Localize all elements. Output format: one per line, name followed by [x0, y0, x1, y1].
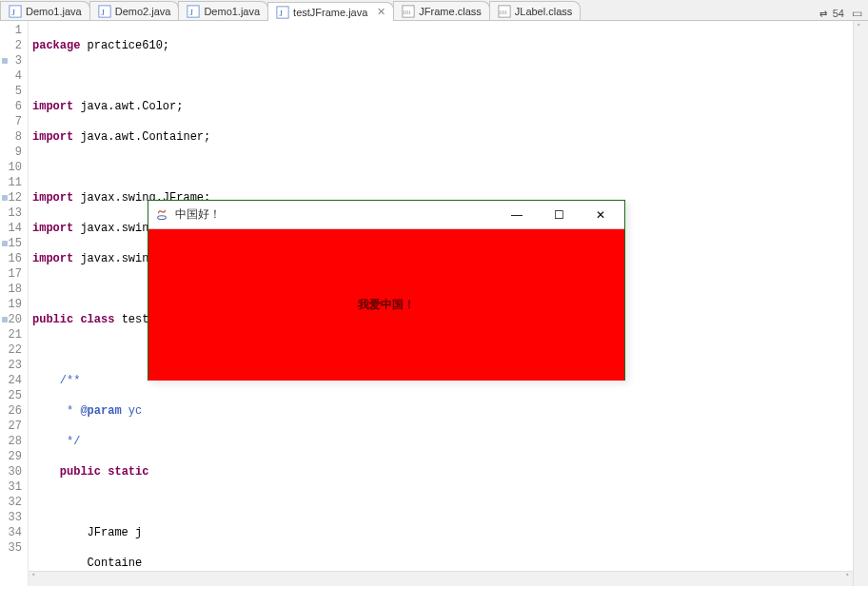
keyword: import	[32, 100, 73, 113]
editor-area: 1234567891011121314151617181920212223242…	[0, 21, 868, 586]
line-number: 23	[0, 358, 28, 373]
doc-comment: yc	[122, 404, 143, 418]
code-text: Containe	[32, 557, 142, 570]
doc-comment: /**	[32, 374, 80, 387]
line-number: 13	[0, 205, 28, 221]
tab-label: Demo1.java	[204, 6, 260, 17]
view-menu-icon[interactable]: ▭	[852, 7, 862, 20]
keyword: public	[32, 313, 73, 326]
keyword: class	[80, 313, 114, 326]
tabbar-right: ⇄ 54 ▭	[819, 7, 868, 20]
line-number: 16	[0, 251, 28, 266]
line-number: 27	[0, 419, 28, 434]
tab-label: Demo2.java	[115, 6, 171, 17]
tab-demo2-java[interactable]: J Demo2.java	[89, 1, 180, 20]
svg-text:101: 101	[499, 9, 507, 14]
line-number: 24	[0, 373, 28, 388]
line-number: 14	[0, 221, 28, 236]
doc-comment: */	[32, 435, 80, 448]
keyword: import	[32, 222, 73, 235]
svg-text:J: J	[12, 7, 16, 16]
java-swing-window[interactable]: 中国好！ — ☐ ✕ 我爱中国！	[148, 200, 625, 381]
minimize-button[interactable]: —	[504, 208, 529, 222]
line-number: 30	[0, 464, 28, 479]
close-icon[interactable]: ✕	[377, 6, 385, 18]
nav-arrows-icon[interactable]: ⇄	[819, 9, 825, 19]
code-text: practice610;	[80, 39, 169, 52]
java-file-icon: J	[187, 5, 200, 18]
line-number: 35	[0, 540, 28, 556]
line-number: 22	[0, 342, 28, 358]
line-number: 10	[0, 160, 28, 175]
scroll-left-icon[interactable]: ˂	[31, 573, 36, 582]
line-number: 9	[0, 145, 28, 160]
tab-demo1-java[interactable]: J Demo1.java	[0, 1, 90, 20]
tab-label: Demo1.java	[26, 6, 82, 17]
line-number: 19	[0, 297, 28, 312]
line-number: 18	[0, 282, 28, 297]
tab-jframe-class[interactable]: 101 JFrame.class	[393, 1, 489, 20]
class-file-icon: 101	[498, 5, 511, 18]
line-number: 6	[0, 99, 28, 114]
line-number: 2	[0, 38, 28, 53]
svg-point-12	[158, 215, 167, 219]
line-number: 34	[0, 525, 28, 540]
line-number: 33	[0, 510, 28, 525]
doc-comment: *	[32, 404, 80, 418]
keyword: import	[32, 191, 73, 205]
line-number: 26	[0, 403, 28, 419]
line-number: 32	[0, 495, 28, 510]
line-number: 5	[0, 84, 28, 99]
java-file-icon: J	[9, 5, 22, 18]
tab-testjframe-java[interactable]: J testJFrame.java ✕	[267, 2, 394, 21]
tab-label: JFrame.class	[419, 6, 481, 17]
maximize-button[interactable]: ☐	[546, 208, 571, 222]
vertical-scrollbar[interactable]: ˄	[853, 21, 868, 586]
class-file-icon: 101	[402, 5, 415, 18]
line-number: 3	[0, 53, 28, 68]
line-number: 15	[0, 236, 28, 251]
code-text: JFrame j	[32, 526, 142, 539]
keyword: import	[32, 252, 73, 265]
line-number: 1	[0, 23, 28, 38]
line-number: 31	[0, 479, 28, 495]
window-titlebar[interactable]: 中国好！ — ☐ ✕	[148, 201, 624, 229]
tab-demo1-java-2[interactable]: J Demo1.java	[178, 1, 268, 20]
line-number: 8	[0, 129, 28, 145]
line-number: 12	[0, 190, 28, 205]
svg-text:J: J	[280, 8, 284, 17]
editor-tabbar: J Demo1.java J Demo2.java J Demo1.java J…	[0, 0, 868, 21]
column-indicator: 54	[833, 8, 844, 19]
keyword: static	[108, 465, 148, 479]
line-number: 4	[0, 68, 28, 84]
scroll-up-icon[interactable]: ˄	[857, 23, 861, 32]
close-button[interactable]: ✕	[588, 208, 613, 222]
line-number: 21	[0, 327, 28, 342]
tab-jlabel-class[interactable]: 101 JLabel.class	[489, 1, 582, 20]
keyword: import	[32, 130, 73, 144]
tab-label: testJFrame.java	[293, 7, 367, 18]
jlabel-text: 我爱中国！	[358, 297, 415, 313]
line-number: 28	[0, 434, 28, 449]
java-app-icon	[154, 207, 169, 223]
doc-tag: @param	[80, 404, 121, 418]
line-number: 20	[0, 312, 28, 327]
svg-text:101: 101	[403, 9, 411, 14]
line-gutter: 1234567891011121314151617181920212223242…	[0, 21, 29, 586]
scroll-right-icon[interactable]: ˃	[845, 573, 850, 582]
svg-text:J: J	[190, 7, 194, 16]
code-text: java.awt.Container;	[73, 130, 210, 144]
horizontal-scrollbar[interactable]: ˂ ˃	[29, 571, 853, 586]
window-content: 我爱中国！	[148, 229, 624, 381]
code-text: java.awt.Color;	[73, 100, 183, 113]
java-file-icon: J	[276, 6, 289, 19]
line-number: 17	[0, 266, 28, 282]
window-buttons: — ☐ ✕	[504, 208, 619, 222]
svg-text:J: J	[101, 7, 105, 16]
line-number: 29	[0, 449, 28, 464]
line-number: 11	[0, 175, 28, 190]
line-number: 7	[0, 114, 28, 129]
tab-label: JLabel.class	[515, 6, 573, 17]
java-file-icon: J	[98, 5, 111, 18]
line-number: 25	[0, 388, 28, 403]
